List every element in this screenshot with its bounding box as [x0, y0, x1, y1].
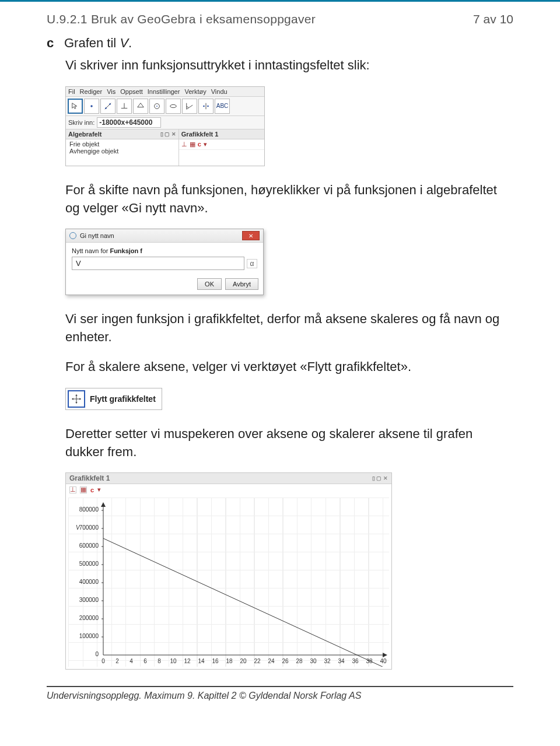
tool-angle[interactable]: [182, 99, 197, 114]
algebra-frie: Frie objekt: [69, 141, 175, 148]
menu-bar: Fil Rediger Vis Oppsett Innstillinger Ve…: [66, 87, 264, 97]
grid-icon[interactable]: ▦: [190, 141, 195, 148]
page-header: U.9.2.1 Bruk av GeoGebra i eksamensoppga…: [47, 12, 513, 26]
dialog-titlebar: Gi nytt navn ✕: [66, 229, 263, 243]
rename-dialog-screenshot: Gi nytt navn ✕ Nytt navn for Funksjon f …: [65, 229, 513, 295]
c-tool[interactable]: c: [198, 141, 201, 148]
y-tick-group: 0 100000 200000 300000 400000 500000 600…: [79, 506, 99, 657]
problem-text-suffix: .: [128, 36, 132, 50]
rename-input[interactable]: V: [72, 257, 244, 270]
graph-title-bar: Grafikkfelt 1 ▯ ▢ ✕: [66, 473, 391, 484]
x-tick: 2: [116, 658, 119, 664]
graph-panel-controls-icon[interactable]: ▯ ▢ ✕: [372, 475, 388, 481]
svg-point-2: [105, 107, 107, 109]
menu-oppsett[interactable]: Oppsett: [120, 88, 143, 95]
expression-input[interactable]: -18000x+645000: [97, 117, 161, 128]
chart-plot-area: V 0 100000 200000 300000 400000 500000 6…: [68, 498, 389, 667]
menu-innstillinger[interactable]: Innstillinger: [148, 88, 180, 95]
dialog-label-prefix: Nytt navn for: [72, 247, 110, 254]
x-tick: 8: [158, 658, 161, 664]
x-tick: 32: [324, 658, 331, 664]
algebra-panel-controls-icon[interactable]: ▯ ▢ ✕: [160, 131, 176, 137]
tool-reflect[interactable]: [198, 99, 214, 114]
x-tick: 6: [144, 658, 147, 664]
menu-rediger[interactable]: Rediger: [80, 88, 103, 95]
dropdown-icon[interactable]: ▾: [97, 486, 101, 493]
axis-tools: ⊥ ▦ c ▾: [179, 139, 264, 150]
y-tick: 100000: [79, 633, 99, 639]
y-tick: 700000: [79, 524, 99, 531]
x-tick: 16: [212, 658, 219, 664]
svg-point-10: [203, 105, 205, 107]
svg-point-11: [207, 105, 209, 107]
dialog-label: Nytt navn for Funksjon f: [72, 247, 257, 254]
tool-polygon[interactable]: [133, 99, 148, 114]
x-tick: 28: [296, 658, 303, 664]
flytt-tool-screenshot: Flytt grafikkfeltet: [65, 388, 513, 410]
ok-button[interactable]: OK: [197, 278, 222, 290]
y-tick: 600000: [79, 542, 99, 549]
grafikk-panel-title: Grafikkfelt 1: [179, 129, 264, 139]
move-graphics-icon[interactable]: [68, 390, 85, 408]
y-tick: 300000: [79, 597, 99, 603]
problem-letter: c: [47, 36, 57, 51]
x-tick: 20: [240, 658, 247, 664]
problem-text-prefix: Grafen til: [64, 36, 120, 50]
section-heading: U.9.2.1 Bruk av GeoGebra i eksamensoppga…: [47, 12, 316, 26]
algebra-title-text: Algebrafelt: [68, 131, 102, 138]
menu-vindu[interactable]: Vindu: [211, 88, 228, 95]
page-number: 7 av 10: [473, 12, 513, 26]
tool-line[interactable]: [100, 99, 116, 114]
y-tick: 0: [95, 651, 99, 657]
top-accent-rule: [0, 0, 560, 2]
x-tick: 36: [352, 658, 359, 664]
x-tick: 10: [170, 658, 177, 664]
axes-icon[interactable]: ⊥: [181, 141, 187, 148]
x-tick: 38: [366, 658, 373, 664]
dropdown-icon[interactable]: ▾: [204, 141, 207, 148]
x-tick: 4: [130, 658, 133, 664]
x-tick: 12: [184, 658, 191, 664]
graph-title: Grafikkfelt 1: [69, 474, 110, 482]
x-tick: 34: [338, 658, 345, 664]
chart-line-V: [103, 538, 386, 667]
c-tool[interactable]: c: [90, 486, 94, 493]
footer-text: Undervisningsopplegg. Maximum 9. Kapitte…: [0, 687, 560, 701]
grafikk-title-text: Grafikkfelt 1: [181, 131, 219, 138]
tool-conic[interactable]: [166, 99, 181, 114]
algebra-avhengige: Avhengige objekt: [69, 148, 175, 155]
dialog-icon: [69, 232, 76, 239]
problem-title: Grafen til V.: [64, 36, 132, 51]
menu-vis[interactable]: Vis: [107, 88, 116, 95]
problem-variable: V: [120, 36, 128, 50]
axes-icon[interactable]: ⊥: [69, 486, 76, 493]
x-tick: 40: [380, 658, 387, 664]
y-tick: 400000: [79, 579, 99, 585]
close-icon[interactable]: ✕: [242, 231, 260, 240]
graph-toolbar: ⊥ ▦ c ▾: [66, 484, 391, 495]
tool-perp[interactable]: [117, 99, 132, 114]
menu-verktoy[interactable]: Verktøy: [184, 88, 206, 95]
dialog-title: Gi nytt navn: [80, 232, 114, 239]
problem-heading: c Grafen til V.: [47, 36, 513, 51]
tool-arrow[interactable]: [68, 99, 83, 114]
x-tick: 24: [268, 658, 275, 664]
tool-circle[interactable]: [149, 99, 164, 114]
x-tick: 30: [310, 658, 317, 664]
svg-point-8: [156, 106, 158, 107]
toolbar: ABC: [66, 97, 264, 116]
move-graphics-label: Flytt grafikkfeltet: [90, 394, 156, 404]
alpha-button[interactable]: α: [247, 259, 257, 268]
grid-icon[interactable]: ▦: [80, 486, 87, 493]
input-row: Skriv inn: -18000x+645000: [66, 116, 264, 129]
paragraph-2: For å skifte navn på funksjonen, høyrekl…: [65, 181, 513, 218]
svg-point-3: [109, 103, 111, 105]
y-tick: 800000: [79, 506, 99, 513]
cancel-button[interactable]: Avbryt: [225, 278, 258, 290]
x-tick: 18: [226, 658, 233, 664]
algebra-panel-title: Algebrafelt ▯ ▢ ✕: [66, 129, 178, 139]
x-tick: 22: [254, 658, 261, 664]
menu-fil[interactable]: Fil: [68, 88, 75, 95]
tool-point[interactable]: [84, 99, 99, 114]
tool-text[interactable]: ABC: [215, 99, 230, 114]
